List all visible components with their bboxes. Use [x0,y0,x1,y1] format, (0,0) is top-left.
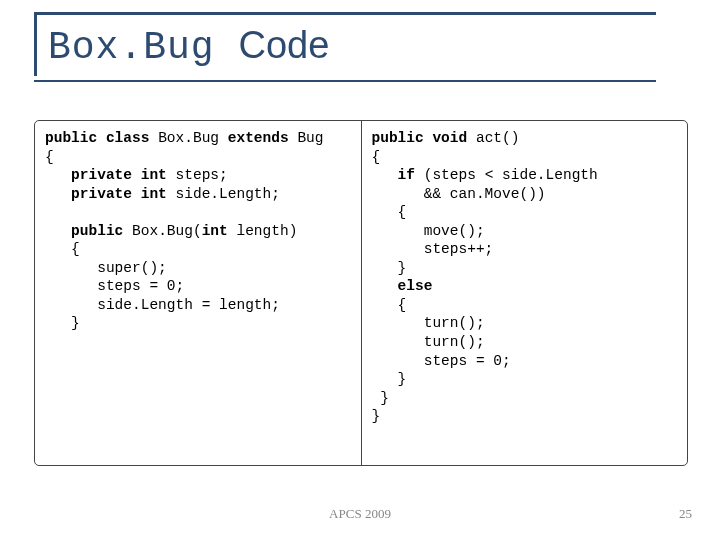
code-line: { [372,204,407,220]
code-line: steps = 0; [45,278,184,294]
kw-void: void [424,130,468,146]
code-line: } [372,390,389,406]
slide-title: Box.Bug Code [34,16,329,69]
kw-int: int [202,223,228,239]
kw-extends: extends [228,130,289,146]
code-line: turn(); [372,334,485,350]
class-name: Box.Bug [149,130,227,146]
code-line: } [372,260,407,276]
kw-private: private [45,167,132,183]
code-line: { [45,241,80,257]
code-line: } [372,408,381,424]
code-line: { [372,297,407,313]
kw-public: public [372,130,424,146]
kw-class: class [97,130,149,146]
kw-int: int [132,167,167,183]
code-line: side.Length = length; [45,297,280,313]
title-regular-part: Code [238,24,329,66]
field-steps: steps; [167,167,228,183]
if-condition: (steps < side.Length [415,167,598,183]
footer-center-text: APCS 2009 [0,506,720,522]
kw-int: int [132,186,167,202]
code-line: } [372,371,407,387]
title-border-left [34,12,37,76]
kw-private: private [45,186,132,202]
constructor-name: Box.Bug( [123,223,201,239]
code-line: } [45,315,80,331]
code-line: steps = 0; [372,353,511,369]
field-sidelength: side.Length; [167,186,280,202]
code-line: turn(); [372,315,485,331]
code-line: && can.Move()) [372,186,546,202]
code-column-left: public class Box.Bug extends Bug { priva… [35,121,361,465]
title-underline [34,80,656,82]
superclass-name: Bug [289,130,324,146]
code-container: public class Box.Bug extends Bug { priva… [34,120,688,466]
param-length: length) [228,223,298,239]
code-line: steps++; [372,241,494,257]
kw-if: if [372,167,416,183]
slide-title-block: Box.Bug Code [34,16,329,69]
code-line: { [45,149,54,165]
kw-public: public [45,223,123,239]
kw-public: public [45,130,97,146]
code-line: super(); [45,260,167,276]
page-number: 25 [679,506,692,522]
kw-else: else [372,278,433,294]
method-act: act() [467,130,519,146]
code-line: move(); [372,223,485,239]
title-border-top [34,12,656,15]
code-line: { [372,149,381,165]
title-mono-part: Box.Bug [48,26,215,69]
code-column-right: public void act() { if (steps < side.Len… [362,121,688,465]
